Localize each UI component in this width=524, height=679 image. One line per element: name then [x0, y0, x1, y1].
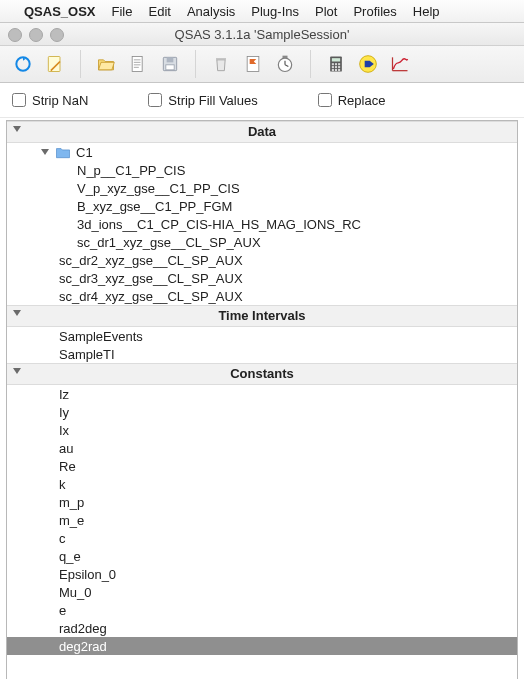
replace-checkbox[interactable]: Replace: [318, 93, 386, 108]
tree-item-label: 3d_ions__C1_CP_CIS-HIA_HS_MAG_IONS_RC: [77, 217, 361, 232]
tree-item-label: sc_dr4_xyz_gse__CL_SP_AUX: [59, 289, 243, 304]
svg-rect-23: [338, 66, 340, 68]
open-folder-icon[interactable]: [93, 51, 119, 77]
tree-item[interactable]: N_p__C1_PP_CIS: [7, 161, 517, 179]
svg-rect-2: [132, 57, 142, 72]
tree-item-label: au: [59, 441, 73, 456]
tree-item-label: Epsilon_0: [59, 567, 116, 582]
tree-item[interactable]: V_p_xyz_gse__C1_PP_CIS: [7, 179, 517, 197]
menu-help[interactable]: Help: [413, 4, 440, 19]
svg-rect-9: [166, 65, 174, 70]
tree-item[interactable]: c: [7, 529, 517, 547]
svg-rect-24: [332, 69, 334, 71]
plot-icon[interactable]: [387, 51, 413, 77]
tree-item[interactable]: k: [7, 475, 517, 493]
chevron-down-icon[interactable]: [13, 126, 21, 132]
tree-item-label: Iz: [59, 387, 69, 402]
tree-item[interactable]: sc_dr2_xyz_gse__CL_SP_AUX: [7, 251, 517, 269]
run-icon[interactable]: [355, 51, 381, 77]
tree-item-label: V_p_xyz_gse__C1_PP_CIS: [77, 181, 240, 196]
tree-item-label: deg2rad: [59, 639, 107, 654]
tree-folder-label: C1: [76, 145, 93, 160]
document-icon[interactable]: [125, 51, 151, 77]
folder-icon: [55, 146, 71, 159]
tree-item-label: SampleTI: [59, 347, 115, 362]
window-controls: [8, 28, 64, 42]
chevron-down-icon[interactable]: [13, 368, 21, 374]
flag-icon[interactable]: [240, 51, 266, 77]
tree-item[interactable]: Ix: [7, 421, 517, 439]
tree-item[interactable]: sc_dr3_xyz_gse__CL_SP_AUX: [7, 269, 517, 287]
strip-fill-label: Strip Fill Values: [168, 93, 257, 108]
tree-item[interactable]: rad2deg: [7, 619, 517, 637]
tree-folder-c1[interactable]: C1: [7, 143, 517, 161]
section-time-label: Time Intervals: [218, 308, 305, 323]
tree-item[interactable]: Epsilon_0: [7, 565, 517, 583]
save-icon[interactable]: [157, 51, 183, 77]
tree-item[interactable]: Iy: [7, 403, 517, 421]
strip-nan-checkbox[interactable]: Strip NaN: [12, 93, 88, 108]
chevron-down-icon[interactable]: [13, 310, 21, 316]
tree-item-label: Mu_0: [59, 585, 92, 600]
tree-item-label: k: [59, 477, 66, 492]
tree-panel: Data C1 N_p__C1_PP_CISV_p_xyz_gse__C1_PP…: [6, 120, 518, 679]
tree-item-label: SampleEvents: [59, 329, 143, 344]
svg-rect-26: [338, 69, 340, 71]
tree-item[interactable]: B_xyz_gse__C1_PP_FGM: [7, 197, 517, 215]
svg-rect-8: [167, 57, 174, 62]
tree[interactable]: Data C1 N_p__C1_PP_CISV_p_xyz_gse__C1_PP…: [7, 121, 517, 679]
tree-item[interactable]: SampleEvents: [7, 327, 517, 345]
tree-item[interactable]: Mu_0: [7, 583, 517, 601]
refresh-icon[interactable]: [10, 51, 36, 77]
tree-item[interactable]: SampleTI: [7, 345, 517, 363]
calculator-icon[interactable]: [323, 51, 349, 77]
section-time-header[interactable]: Time Intervals: [7, 305, 517, 327]
tree-item[interactable]: Re: [7, 457, 517, 475]
tree-item-label: sc_dr3_xyz_gse__CL_SP_AUX: [59, 271, 243, 286]
strip-nan-input[interactable]: [12, 93, 26, 107]
clock-icon[interactable]: [272, 51, 298, 77]
menu-plot[interactable]: Plot: [315, 4, 337, 19]
tree-item-label: Re: [59, 459, 76, 474]
replace-input[interactable]: [318, 93, 332, 107]
trash-icon[interactable]: [208, 51, 234, 77]
tree-item-label: sc_dr2_xyz_gse__CL_SP_AUX: [59, 253, 243, 268]
tree-item-label: Iy: [59, 405, 69, 420]
tree-item[interactable]: e: [7, 601, 517, 619]
menu-plugins[interactable]: Plug-Ins: [251, 4, 299, 19]
tree-item[interactable]: deg2rad: [7, 637, 517, 655]
menu-analysis[interactable]: Analysis: [187, 4, 235, 19]
tree-item[interactable]: 3d_ions__C1_CP_CIS-HIA_HS_MAG_IONS_RC: [7, 215, 517, 233]
tree-item[interactable]: q_e: [7, 547, 517, 565]
menu-file[interactable]: File: [112, 4, 133, 19]
tree-item[interactable]: sc_dr1_xyz_gse__CL_SP_AUX: [7, 233, 517, 251]
replace-label: Replace: [338, 93, 386, 108]
section-constants-header[interactable]: Constants: [7, 363, 517, 385]
tree-item[interactable]: m_p: [7, 493, 517, 511]
section-data-label: Data: [248, 124, 276, 139]
tree-item-label: m_e: [59, 513, 84, 528]
strip-fill-checkbox[interactable]: Strip Fill Values: [148, 93, 257, 108]
window-titlebar: QSAS 3.1.1a 'SampleSession': [0, 23, 524, 46]
chevron-down-icon[interactable]: [41, 149, 49, 155]
svg-rect-25: [335, 69, 337, 71]
tree-item[interactable]: m_e: [7, 511, 517, 529]
menu-edit[interactable]: Edit: [148, 4, 170, 19]
section-constants-label: Constants: [230, 366, 294, 381]
note-icon[interactable]: [42, 51, 68, 77]
tree-item-label: B_xyz_gse__C1_PP_FGM: [77, 199, 232, 214]
svg-rect-10: [216, 58, 226, 60]
close-icon[interactable]: [8, 28, 22, 42]
app-name[interactable]: QSAS_OSX: [24, 4, 96, 19]
minimize-icon[interactable]: [29, 28, 43, 42]
menubar: QSAS_OSX File Edit Analysis Plug-Ins Plo…: [0, 0, 524, 23]
options-row: Strip NaN Strip Fill Values Replace: [0, 83, 524, 118]
tree-item[interactable]: au: [7, 439, 517, 457]
tree-item-label: e: [59, 603, 66, 618]
section-data-header[interactable]: Data: [7, 121, 517, 143]
tree-item[interactable]: sc_dr4_xyz_gse__CL_SP_AUX: [7, 287, 517, 305]
menu-profiles[interactable]: Profiles: [353, 4, 396, 19]
zoom-icon[interactable]: [50, 28, 64, 42]
tree-item[interactable]: Iz: [7, 385, 517, 403]
strip-fill-input[interactable]: [148, 93, 162, 107]
